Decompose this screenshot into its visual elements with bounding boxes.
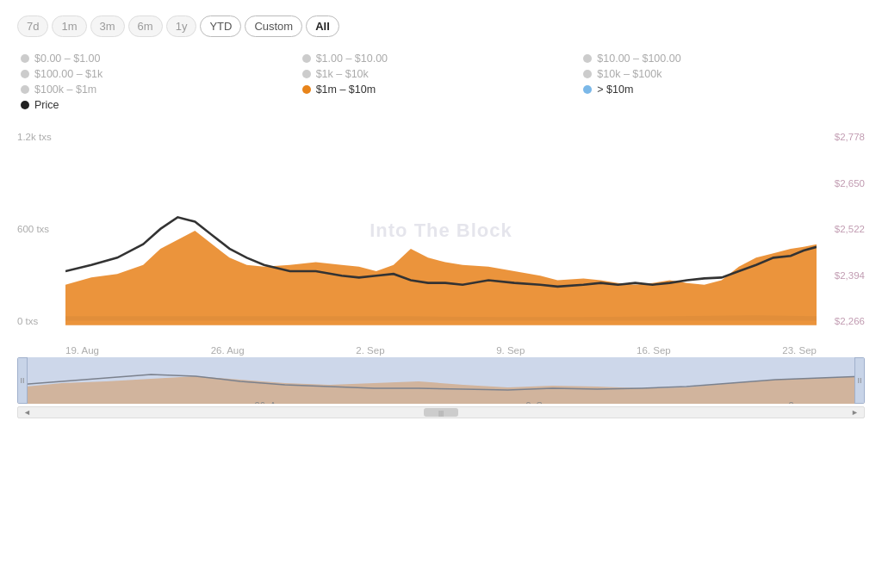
scrollbar-thumb[interactable]: ||| bbox=[424, 408, 458, 417]
legend-label: > $10m bbox=[597, 84, 633, 96]
scroll-left-arrow[interactable]: ◄ bbox=[20, 406, 34, 418]
nav-handle-left[interactable]: II bbox=[17, 357, 28, 404]
legend-label: $1.00 – $10.00 bbox=[316, 53, 388, 65]
legend-dot bbox=[302, 85, 311, 94]
nav-label: 9. Sep bbox=[525, 400, 553, 404]
nav-label: 26. Aug bbox=[255, 400, 287, 404]
legend-item: $1k – $10k bbox=[302, 68, 584, 80]
legend-item: $10k – $100k bbox=[583, 68, 865, 80]
legend-dot bbox=[21, 54, 29, 63]
x-label: 9. Sep bbox=[496, 345, 525, 356]
chart-svg bbox=[65, 132, 817, 330]
legend-label: $0.00 – $1.00 bbox=[34, 53, 100, 65]
x-label: 26. Aug bbox=[211, 345, 245, 356]
x-axis: 19. Aug26. Aug2. Sep9. Sep16. Sep23. Sep bbox=[65, 333, 817, 356]
nav-handle-right[interactable]: II bbox=[854, 357, 865, 404]
legend-item: $100k – $1m bbox=[21, 84, 302, 96]
time-btn-1y[interactable]: 1y bbox=[166, 15, 197, 37]
time-btn-all[interactable]: All bbox=[306, 15, 339, 37]
legend-item: $0.00 – $1.00 bbox=[21, 53, 302, 65]
y-left-top: 1.2k txs bbox=[17, 132, 52, 142]
legend-item: $10.00 – $100.00 bbox=[583, 53, 865, 65]
x-label: 19. Aug bbox=[65, 345, 99, 356]
legend-item: Price bbox=[21, 99, 302, 111]
x-label: 23. Sep bbox=[782, 345, 817, 356]
legend-item: $100.00 – $1k bbox=[21, 68, 302, 80]
y-right-2: $2,650 bbox=[835, 178, 865, 189]
legend-dot bbox=[21, 85, 29, 94]
time-btn-custom[interactable]: Custom bbox=[245, 15, 302, 37]
main-container: 7d1m3m6m1yYTDCustomAll $0.00 – $1.00$1.0… bbox=[0, 0, 882, 427]
y-left-bottom: 0 txs bbox=[17, 316, 38, 326]
nav-selection[interactable] bbox=[17, 357, 865, 404]
y-right-5: $2,266 bbox=[835, 316, 865, 326]
legend: $0.00 – $1.00$1.00 – $10.00$10.00 – $100… bbox=[17, 53, 865, 111]
legend-item: $1m – $10m bbox=[302, 84, 584, 96]
legend-dot bbox=[302, 54, 311, 63]
legend-label: $10k – $100k bbox=[597, 68, 662, 80]
y-axis-left: 1.2k txs 600 txs 0 txs bbox=[17, 132, 65, 330]
legend-dot bbox=[21, 70, 29, 78]
legend-label: $100k – $1m bbox=[34, 84, 96, 96]
time-range-bar: 7d1m3m6m1yYTDCustomAll bbox=[17, 15, 865, 37]
legend-label: Price bbox=[34, 99, 59, 111]
time-btn-7d[interactable]: 7d bbox=[17, 15, 48, 37]
chart-area: 1.2k txs 600 txs 0 txs $2,778 $2,650 $2,… bbox=[17, 132, 865, 356]
scroll-right-arrow[interactable]: ► bbox=[848, 406, 862, 418]
legend-item: > $10m bbox=[583, 84, 865, 96]
y-axis-right: $2,778 $2,650 $2,522 $2,394 $2,266 bbox=[817, 132, 865, 330]
time-btn-ytd[interactable]: YTD bbox=[200, 15, 241, 37]
scrollbar-track: ◄ ||| ► bbox=[17, 406, 865, 418]
legend-dot bbox=[583, 70, 592, 78]
navigator: II II 26. Aug9. Sep2... bbox=[17, 357, 865, 404]
y-right-4: $2,394 bbox=[835, 270, 865, 281]
time-btn-6m[interactable]: 6m bbox=[128, 15, 163, 37]
legend-label: $1k – $10k bbox=[316, 68, 369, 80]
y-left-mid: 600 txs bbox=[17, 224, 49, 234]
chart-svg-container: Into The Block bbox=[65, 132, 817, 330]
legend-item: $1.00 – $10.00 bbox=[302, 53, 584, 65]
legend-label: $100.00 – $1k bbox=[34, 68, 102, 80]
legend-dot bbox=[302, 70, 311, 78]
x-label: 2. Sep bbox=[356, 345, 384, 356]
legend-dot bbox=[21, 101, 29, 109]
nav-label: 2... bbox=[788, 400, 801, 404]
y-right-3: $2,522 bbox=[835, 224, 865, 234]
time-btn-1m[interactable]: 1m bbox=[52, 15, 86, 37]
time-btn-3m[interactable]: 3m bbox=[90, 15, 125, 37]
legend-label: $10.00 – $100.00 bbox=[597, 53, 680, 65]
x-label: 16. Sep bbox=[637, 345, 671, 356]
legend-dot bbox=[583, 54, 592, 63]
legend-label: $1m – $10m bbox=[316, 84, 376, 96]
legend-dot bbox=[583, 85, 592, 94]
y-right-1: $2,778 bbox=[835, 132, 865, 142]
